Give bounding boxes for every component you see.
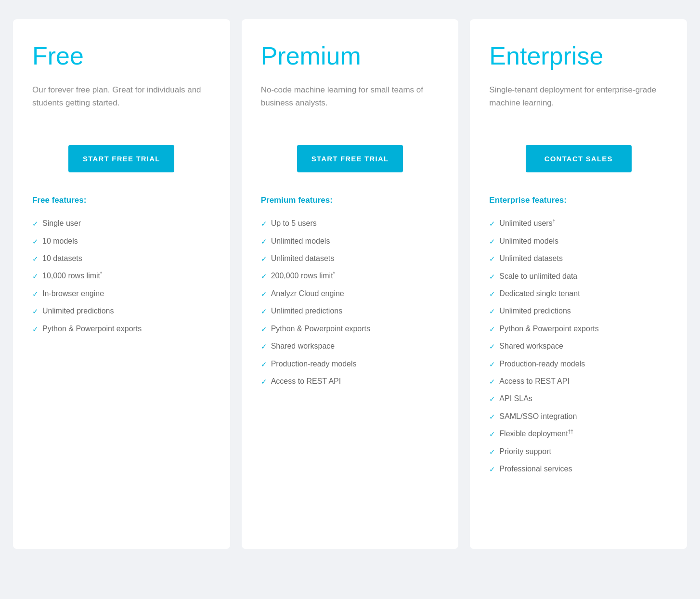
checkmark-icon: ✓ [261, 254, 267, 264]
feature-text: SAML/SSO integration [499, 411, 577, 422]
checkmark-icon: ✓ [489, 412, 495, 422]
feature-text: Production-ready models [271, 359, 357, 369]
checkmark-icon: ✓ [32, 289, 39, 299]
list-item: ✓Access to REST API [261, 373, 440, 390]
list-item: ✓Unlimited models [261, 233, 440, 250]
feature-text: Flexible deployment†† [499, 429, 573, 440]
checkmark-icon: ✓ [261, 306, 267, 316]
list-item: ✓Dedicated single tenant [489, 285, 668, 302]
list-item: ✓In-browser engine [32, 285, 211, 302]
feature-text: Professional services [499, 464, 572, 474]
checkmark-icon: ✓ [489, 429, 495, 439]
features-list-enterprise: ✓Unlimited users†✓Unlimited models✓Unlim… [489, 215, 668, 478]
feature-text: Access to REST API [499, 376, 570, 387]
feature-text: Single user [42, 218, 81, 229]
features-heading-free: Free features: [32, 195, 211, 205]
plan-title-premium: Premium [261, 42, 440, 70]
list-item: ✓Analyzr Cloud engine [261, 285, 440, 302]
checkmark-icon: ✓ [261, 377, 267, 387]
feature-text: 200,000 rows limit* [271, 271, 335, 282]
checkmark-icon: ✓ [489, 447, 495, 457]
feature-text: Up to 5 users [271, 218, 317, 229]
checkmark-icon: ✓ [261, 236, 267, 247]
cta-button-enterprise[interactable]: CONTACT SALES [526, 145, 632, 172]
feature-text: Access to REST API [271, 376, 341, 387]
feature-text: In-browser engine [42, 288, 104, 299]
feature-text: Unlimited users† [499, 218, 555, 229]
list-item: ✓Priority support [489, 443, 668, 460]
cta-button-premium[interactable]: START FREE TRIAL [297, 145, 403, 172]
checkmark-icon: ✓ [32, 271, 39, 281]
list-item: ✓Production-ready models [489, 355, 668, 373]
list-item: ✓200,000 rows limit* [261, 267, 440, 285]
checkmark-icon: ✓ [489, 359, 495, 369]
feature-text: Python & Powerpoint exports [42, 324, 142, 334]
list-item: ✓10 datasets [32, 250, 211, 267]
checkmark-icon: ✓ [32, 324, 39, 334]
feature-text: Analyzr Cloud engine [271, 288, 344, 299]
feature-text: Unlimited models [499, 236, 558, 247]
feature-text: Unlimited predictions [42, 306, 114, 316]
plan-title-enterprise: Enterprise [489, 42, 668, 70]
list-item: ✓Access to REST API [489, 373, 668, 390]
checkmark-icon: ✓ [489, 377, 495, 387]
checkmark-icon: ✓ [489, 219, 495, 229]
checkmark-icon: ✓ [489, 324, 495, 334]
plan-description-enterprise: Single-tenant deployment for enterprise-… [489, 83, 668, 122]
checkmark-icon: ✓ [261, 219, 267, 229]
list-item: ✓API SLAs [489, 390, 668, 407]
feature-sup: †† [568, 429, 573, 434]
list-item: ✓Production-ready models [261, 355, 440, 373]
list-item: ✓10 models [32, 233, 211, 250]
cta-button-free[interactable]: START FREE TRIAL [68, 145, 174, 172]
plan-title-free: Free [32, 42, 211, 70]
list-item: ✓Single user [32, 215, 211, 232]
feature-text: Shared workspace [271, 341, 335, 352]
checkmark-icon: ✓ [489, 289, 495, 299]
feature-text: Unlimited predictions [499, 306, 571, 316]
checkmark-icon: ✓ [489, 341, 495, 352]
feature-text: Dedicated single tenant [499, 288, 580, 299]
list-item: ✓Unlimited models [489, 233, 668, 250]
features-list-free: ✓Single user✓10 models✓10 datasets✓10,00… [32, 215, 211, 338]
checkmark-icon: ✓ [32, 254, 39, 264]
pricing-card-enterprise: EnterpriseSingle-tenant deployment for e… [470, 19, 687, 549]
feature-text: 10 models [42, 236, 78, 247]
features-heading-premium: Premium features: [261, 195, 440, 205]
features-heading-enterprise: Enterprise features: [489, 195, 668, 205]
checkmark-icon: ✓ [32, 236, 39, 247]
feature-text: Unlimited datasets [499, 253, 563, 264]
feature-text: Unlimited datasets [271, 253, 335, 264]
checkmark-icon: ✓ [32, 219, 39, 229]
list-item: ✓Python & Powerpoint exports [261, 320, 440, 338]
feature-text: Scale to unlimited data [499, 271, 577, 282]
feature-sup: * [100, 271, 102, 276]
checkmark-icon: ✓ [489, 394, 495, 404]
checkmark-icon: ✓ [261, 341, 267, 352]
feature-text: Unlimited models [271, 236, 330, 247]
checkmark-icon: ✓ [489, 236, 495, 247]
list-item: ✓Unlimited users† [489, 215, 668, 233]
list-item: ✓Up to 5 users [261, 215, 440, 232]
list-item: ✓Python & Powerpoint exports [489, 320, 668, 338]
feature-sup: * [333, 271, 335, 276]
pricing-container: FreeOur forever free plan. Great for ind… [13, 19, 687, 549]
pricing-card-premium: PremiumNo-code machine learning for smal… [242, 19, 459, 549]
feature-text: Production-ready models [499, 359, 585, 369]
list-item: ✓Unlimited predictions [489, 302, 668, 320]
checkmark-icon: ✓ [32, 306, 39, 316]
features-list-premium: ✓Up to 5 users✓Unlimited models✓Unlimite… [261, 215, 440, 390]
feature-text: 10,000 rows limit* [42, 271, 102, 282]
checkmark-icon: ✓ [489, 272, 495, 282]
checkmark-icon: ✓ [489, 306, 495, 316]
checkmark-icon: ✓ [261, 289, 267, 299]
feature-text: Shared workspace [499, 341, 563, 352]
pricing-card-free: FreeOur forever free plan. Great for ind… [13, 19, 230, 549]
list-item: ✓Shared workspace [261, 338, 440, 355]
list-item: ✓Unlimited datasets [261, 250, 440, 267]
feature-text: Python & Powerpoint exports [271, 324, 370, 334]
list-item: ✓Unlimited datasets [489, 250, 668, 267]
feature-text: Priority support [499, 446, 551, 457]
checkmark-icon: ✓ [261, 359, 267, 369]
feature-sup: † [553, 219, 556, 224]
